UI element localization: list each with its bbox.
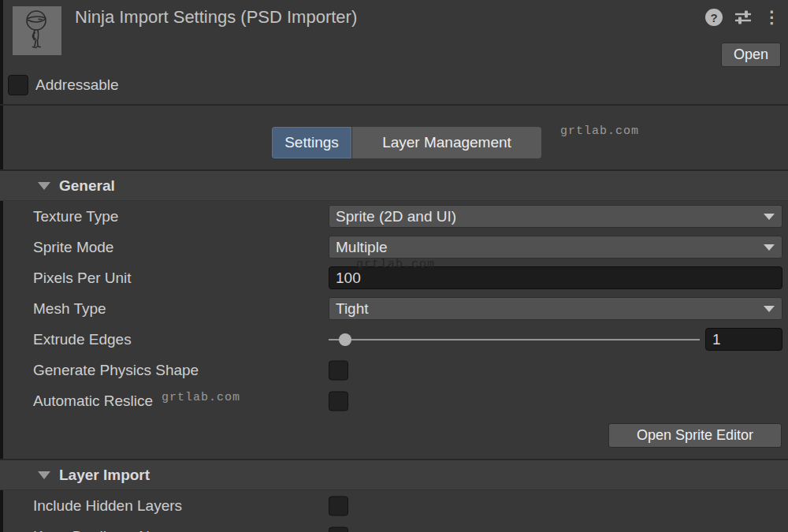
include-hidden-layers-checkbox[interactable] xyxy=(329,496,348,515)
foldout-triangle-icon xyxy=(38,471,50,479)
automatic-reslice-checkbox[interactable] xyxy=(329,391,348,411)
row-automatic-reslice: Automatic Reslice xyxy=(0,385,788,416)
tab-bar: Settings Layer Management xyxy=(272,127,541,158)
slider-handle[interactable] xyxy=(339,333,351,346)
foldout-triangle-icon xyxy=(38,182,50,190)
pixels-per-unit-label: Pixels Per Unit xyxy=(33,270,132,287)
sprite-mode-label: Sprite Mode xyxy=(33,239,113,256)
mesh-type-dropdown[interactable]: Tight xyxy=(329,297,782,320)
row-keep-duplicate-name: Keep Duplicate Name xyxy=(0,521,788,532)
texture-type-label: Texture Type xyxy=(33,208,118,225)
chevron-down-icon xyxy=(764,214,775,220)
row-include-hidden-layers: Include Hidden Layers xyxy=(0,490,788,521)
spacer xyxy=(0,448,788,459)
watermark: grtlab.com xyxy=(560,125,639,138)
window-title: Ninja Import Settings (PSD Importer) xyxy=(75,7,357,28)
chevron-down-icon xyxy=(764,244,775,251)
dropdown-value: Multiple xyxy=(336,239,387,256)
header-icon-bar: ? ⋮ xyxy=(705,9,780,26)
help-icon[interactable]: ? xyxy=(705,9,723,26)
section-title: General xyxy=(59,177,115,195)
inspector-panel: Ninja Import Settings (PSD Importer) ? ⋮… xyxy=(0,0,788,532)
include-hidden-layers-label: Include Hidden Layers xyxy=(33,497,182,515)
row-mesh-type: Mesh Type Tight xyxy=(0,293,788,324)
extrude-edges-label: Extrude Edges xyxy=(33,331,132,348)
ninja-sketch-icon xyxy=(13,6,61,55)
row-generate-physics-shape: Generate Physics Shape xyxy=(0,355,788,385)
section-title: Layer Import xyxy=(59,467,150,484)
row-texture-type: Texture Type Sprite (2D and UI) xyxy=(0,201,788,232)
sprite-mode-dropdown[interactable]: Multiple xyxy=(329,236,782,259)
dropdown-value: Tight xyxy=(336,300,369,318)
automatic-reslice-label: Automatic Reslice xyxy=(33,392,153,410)
chevron-down-icon xyxy=(764,306,775,312)
watermark: grtlab.com xyxy=(162,391,240,404)
settings-content: General Texture Type Sprite (2D and UI) … xyxy=(0,169,788,532)
open-button[interactable]: Open xyxy=(721,43,781,67)
keep-duplicate-name-checkbox[interactable] xyxy=(329,526,348,532)
open-sprite-editor-button[interactable]: Open Sprite Editor xyxy=(608,423,782,448)
generate-physics-shape-label: Generate Physics Shape xyxy=(33,362,199,379)
extrude-edges-field-wrap xyxy=(705,328,782,351)
addressable-row: Addressable xyxy=(8,75,119,95)
addressable-label: Addressable xyxy=(35,76,119,94)
asset-thumbnail xyxy=(13,6,61,55)
section-header-layer-import[interactable]: Layer Import xyxy=(0,460,788,490)
texture-type-dropdown[interactable]: Sprite (2D and UI) xyxy=(329,205,782,228)
addressable-checkbox[interactable] xyxy=(8,75,28,95)
keep-duplicate-name-label: Keep Duplicate Name xyxy=(33,528,179,532)
divider xyxy=(0,104,788,106)
tab-layer-management[interactable]: Layer Management xyxy=(351,127,541,158)
presets-icon[interactable] xyxy=(734,9,753,25)
extrude-edges-slider[interactable] xyxy=(329,339,700,340)
watermark: grtlab.com xyxy=(356,258,435,271)
sprite-editor-button-row: Open Sprite Editor xyxy=(0,416,788,448)
menu-icon[interactable]: ⋮ xyxy=(764,9,780,26)
generate-physics-shape-checkbox[interactable] xyxy=(329,360,348,380)
mesh-type-label: Mesh Type xyxy=(33,300,106,318)
dropdown-value: Sprite (2D and UI) xyxy=(336,208,456,225)
extrude-edges-input[interactable] xyxy=(705,328,782,351)
section-header-general[interactable]: General xyxy=(0,171,788,201)
tab-settings[interactable]: Settings xyxy=(272,127,351,158)
row-extrude-edges: Extrude Edges xyxy=(0,324,788,355)
